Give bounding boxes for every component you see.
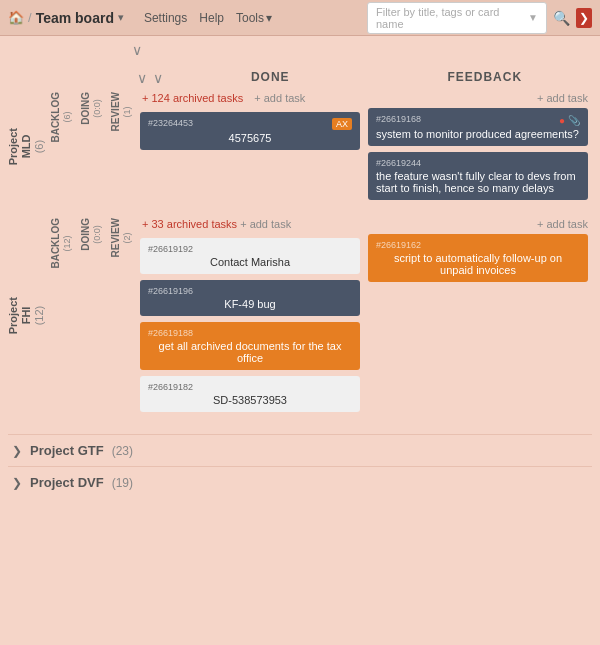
fhi-swimlane-backlog: BACKLOG (12) [46, 214, 76, 418]
card-26619182[interactable]: #26619182 SD-538573953 [140, 376, 360, 412]
fhi-review-label: REVIEW (2) [110, 214, 132, 261]
card-26619162[interactable]: #26619162 script to automatically follow… [368, 234, 588, 282]
filter-placeholder-text: Filter by title, tags or card name [376, 6, 520, 30]
project-fhi-label: Project FHI (12) [8, 214, 46, 418]
card-title: KF-49 bug [148, 298, 352, 310]
dropdown-arrow[interactable]: ▾ [118, 11, 124, 24]
project-fhi-section: Project FHI (12) BACKLOG (12) DOING (0:0… [0, 214, 600, 418]
card-26619188[interactable]: #26619188 get all archived documents for… [140, 322, 360, 370]
collapsed-projects-section: ❯ Project GTF (23) ❯ Project DVF (19) [0, 426, 600, 498]
project-fhi-board-columns: + 33 archived tasks + add task #26619192… [136, 214, 592, 418]
red-dot-icon: ● [559, 115, 565, 126]
project-dvf-count: (19) [112, 476, 133, 490]
fhi-doing-label: DOING (0:0) [80, 214, 102, 255]
review-label: REVIEW (1) [110, 88, 132, 135]
settings-menu-item[interactable]: Settings [144, 11, 187, 25]
backlog-label: BACKLOG (6) [50, 88, 72, 147]
project-mld-label: Project MLD (6) [8, 88, 46, 206]
project-fhi-feedback-col: + add task #26619162 script to automatic… [364, 214, 592, 418]
col-chevron-2[interactable]: ∨ [153, 70, 163, 86]
card-title: SD-538573953 [148, 394, 352, 406]
card-title: script to automatically follow-up on unp… [376, 252, 580, 276]
project-dvf-row[interactable]: ❯ Project DVF (19) [8, 466, 592, 498]
project-mld-done-col: + 124 archived tasks + add task #2326445… [136, 88, 364, 206]
board-title[interactable]: Team board [36, 10, 114, 26]
nav-brand[interactable]: 🏠 / Team board ▾ [8, 10, 124, 26]
clip-icon: 📎 [568, 115, 580, 126]
top-toggles-row: ∨ [0, 36, 600, 58]
filter-icon: ▼ [528, 12, 538, 23]
mld-archived-row: + 124 archived tasks + add task [140, 88, 360, 108]
help-menu-item[interactable]: Help [199, 11, 224, 25]
top-chevron[interactable]: ∨ [132, 42, 142, 58]
tools-dropdown-arrow: ▾ [266, 11, 272, 25]
card-id: #26619192 [148, 244, 352, 254]
filter-input[interactable]: Filter by title, tags or card name ▼ [367, 2, 547, 34]
card-title: Contact Marisha [148, 256, 352, 268]
top-navigation: 🏠 / Team board ▾ Settings Help Tools ▾ F… [0, 0, 600, 36]
card-id: #23264453 [148, 118, 193, 128]
card-header: #26619168 ● 📎 [376, 114, 580, 126]
project-mld-name: Project MLD (6) [7, 128, 47, 165]
expand-button[interactable]: ❯ [576, 8, 592, 28]
project-gtf-expand-icon: ❯ [12, 444, 22, 458]
card-header: #23264453 AX [148, 118, 352, 130]
fhi-archived-count[interactable]: + 33 archived tasks + add task [142, 218, 291, 230]
project-fhi-done-col: + 33 archived tasks + add task #26619192… [136, 214, 364, 418]
fhi-feedback-add-task[interactable]: + add task [368, 214, 588, 234]
fhi-swimlane-review: REVIEW (2) [106, 214, 136, 418]
fhi-backlog-label: BACKLOG (12) [50, 214, 72, 273]
col-chevron-1[interactable]: ∨ [137, 70, 147, 86]
card-title: the feature wasn't fully clear to devs f… [376, 170, 580, 194]
nav-right: Filter by title, tags or card name ▼ 🔍 ❯ [367, 2, 592, 34]
card-26619168[interactable]: #26619168 ● 📎 system to monitor produced… [368, 108, 588, 146]
card-26619196[interactable]: #26619196 KF-49 bug [140, 280, 360, 316]
project-gtf-name: Project GTF [30, 443, 104, 458]
column-headers-section: ∨ ∨ DONE FEEDBACK [0, 58, 600, 88]
card-id: #26619196 [148, 286, 352, 296]
project-mld-feedback-col: + add task #26619168 ● 📎 system to monit… [364, 88, 592, 206]
card-title: system to monitor produced agreements? [376, 128, 580, 140]
doing-label: DOING (0:0) [80, 88, 102, 129]
card-id: #26619168 [376, 114, 421, 124]
project-gtf-row[interactable]: ❯ Project GTF (23) [8, 434, 592, 466]
swimlane-backlog: BACKLOG (6) [46, 88, 76, 206]
card-26619244[interactable]: #26619244 the feature wasn't fully clear… [368, 152, 588, 200]
card-23264453[interactable]: #23264453 AX 4575675 [140, 112, 360, 150]
card-icons: ● 📎 [559, 115, 580, 126]
tools-menu-item[interactable]: Tools ▾ [236, 11, 272, 25]
swimlane-review: REVIEW (1) [106, 88, 136, 206]
project-mld-section: Project MLD (6) BACKLOG (6) DOING (0:0) … [0, 88, 600, 206]
card-id: #26619162 [376, 240, 580, 250]
nav-menu: Settings Help Tools ▾ [144, 11, 272, 25]
fhi-swimlane-doing: DOING (0:0) [76, 214, 106, 418]
project-fhi-swimlanes: BACKLOG (12) DOING (0:0) REVIEW (2) [46, 214, 136, 418]
card-title: get all archived documents for the tax o… [148, 340, 352, 364]
nav-separator: / [28, 10, 32, 25]
header-spacer: ∨ ∨ [8, 66, 163, 88]
home-icon[interactable]: 🏠 [8, 10, 24, 25]
card-id: #26619188 [148, 328, 352, 338]
project-mld-board-columns: + 124 archived tasks + add task #2326445… [136, 88, 592, 206]
mld-feedback-add-task[interactable]: + add task [368, 88, 588, 108]
project-fhi-name: Project FHI (12) [7, 297, 47, 334]
card-id: #26619182 [148, 382, 352, 392]
card-title: 4575675 [148, 132, 352, 144]
project-mld-swimlanes: BACKLOG (6) DOING (0:0) REVIEW (1) [46, 88, 136, 206]
done-column-header: DONE [163, 66, 378, 88]
card-26619192[interactable]: #26619192 Contact Marisha [140, 238, 360, 274]
mld-archived-count[interactable]: + 124 archived tasks + add task [142, 92, 305, 104]
feedback-column-header: FEEDBACK [378, 66, 593, 88]
project-gtf-count: (23) [112, 444, 133, 458]
swimlane-doing: DOING (0:0) [76, 88, 106, 206]
card-id: #26619244 [376, 158, 580, 168]
search-button[interactable]: 🔍 [553, 10, 570, 26]
header-columns: DONE FEEDBACK [163, 66, 592, 88]
project-dvf-name: Project DVF [30, 475, 104, 490]
card-badge: AX [332, 118, 352, 130]
fhi-archived-row: + 33 archived tasks + add task [140, 214, 360, 234]
project-dvf-expand-icon: ❯ [12, 476, 22, 490]
